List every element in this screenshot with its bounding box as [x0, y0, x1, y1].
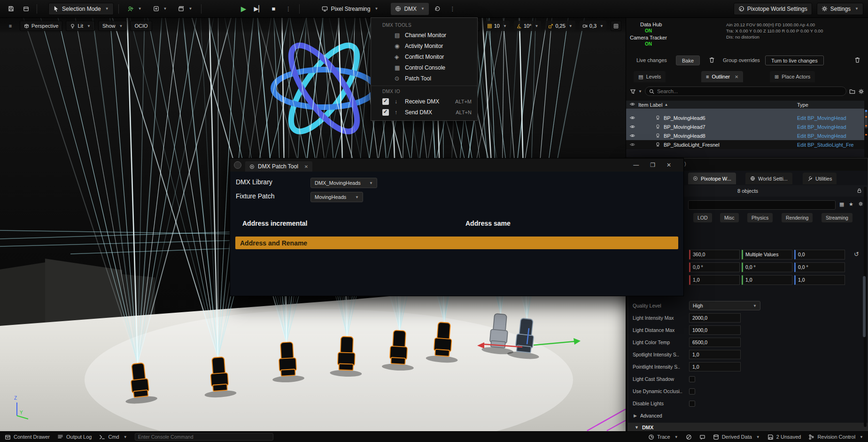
output-log-button[interactable]: Output Log: [57, 434, 92, 440]
rotation-x-field[interactable]: 0,0 °: [689, 262, 740, 272]
search-input[interactable]: Search...: [645, 87, 846, 96]
editor-modes-icon[interactable]: [20, 3, 32, 15]
rotation-y-field[interactable]: 0,0 °: [742, 262, 792, 272]
menu-item-activity-monitor[interactable]: ◉ Activity Monitor: [371, 40, 477, 51]
display-grid-icon[interactable]: ▦: [839, 201, 844, 207]
tab-place-actors[interactable]: ⊞ Place Actors: [770, 71, 815, 82]
tab-levels[interactable]: ▤ Levels: [634, 71, 666, 82]
light-cast-shadow-checkbox[interactable]: [689, 376, 695, 382]
quality-level-dropdown[interactable]: High ▼: [689, 301, 760, 310]
ocio-dropdown[interactable]: OCIO: [130, 21, 152, 31]
play-button[interactable]: ▶: [237, 3, 249, 15]
cmd-dropdown[interactable]: Cmd ▼: [99, 434, 127, 440]
show-dropdown[interactable]: Show ▼: [98, 21, 127, 31]
folder-icon[interactable]: [849, 88, 855, 95]
settings-dropdown[interactable]: Settings ▼: [817, 3, 863, 15]
item-label-column[interactable]: Item Label: [638, 102, 662, 108]
eye-icon[interactable]: [626, 142, 638, 147]
light-intensity-max-field[interactable]: 2000,0: [689, 313, 741, 323]
row-type-link[interactable]: Edit BP_MovingHead: [797, 124, 858, 130]
reset-transform-icon[interactable]: ↺: [854, 251, 859, 258]
save-icon[interactable]: [5, 3, 17, 15]
revision-control-dropdown[interactable]: Revision Control ▼: [808, 434, 863, 440]
tab-pixotope-world[interactable]: Pixotope W...: [688, 173, 736, 184]
tab-utilities[interactable]: Utilities: [803, 173, 837, 184]
row-type-link[interactable]: Edit BP_MovingHead: [797, 115, 858, 121]
panel-expand-icon[interactable]: ): [684, 161, 686, 166]
close-icon[interactable]: ✕: [666, 162, 671, 168]
location-x-field[interactable]: 360,0: [689, 250, 740, 260]
eye-icon[interactable]: [626, 133, 638, 138]
table-row[interactable]: BP_MovingHead6 Edit BP_MovingHead: [626, 113, 864, 122]
menu-item-send-dmx[interactable]: ↑ Send DMX ALT+N: [371, 107, 477, 118]
rotation-z-field[interactable]: 0,0 °: [794, 262, 845, 272]
turn-to-live-changes-button[interactable]: Turn to live changes: [765, 55, 824, 65]
tab-world-settings[interactable]: World Setti...: [745, 173, 792, 184]
history-icon[interactable]: [432, 3, 444, 15]
details-search-input[interactable]: [688, 200, 836, 210]
advanced-expander[interactable]: ▶ Advanced: [628, 410, 868, 422]
cinematics-dropdown[interactable]: ▼: [174, 3, 196, 15]
fixture-patch-dropdown[interactable]: MovingHeads ▼: [310, 192, 363, 202]
quick-add-dropdown[interactable]: ▼: [124, 3, 146, 15]
frame-skip-button[interactable]: ▶▏: [252, 3, 264, 15]
selection-mode-dropdown[interactable]: Selection Mode ▼: [48, 3, 114, 15]
category-tab-misc[interactable]: Misc: [720, 213, 739, 222]
address-same-button[interactable]: Address same: [450, 217, 673, 230]
blueprints-dropdown[interactable]: ▼: [149, 3, 171, 15]
details-scrollbar[interactable]: [864, 187, 867, 427]
location-z-field[interactable]: 0,0: [794, 250, 845, 260]
light-distance-max-field[interactable]: 1000,0: [689, 325, 741, 335]
scale-x-field[interactable]: 1,0: [689, 275, 740, 285]
scale-snap-control[interactable]: 0,25 ▼: [545, 21, 575, 31]
message-log-icon[interactable]: [699, 434, 705, 440]
type-column[interactable]: Type: [797, 102, 808, 108]
rotation-snap-control[interactable]: 10° ▼: [514, 21, 542, 31]
play-options-icon[interactable]: ⋮: [282, 3, 294, 15]
scale-z-field[interactable]: 1,0: [794, 275, 845, 285]
gear-icon[interactable]: [858, 88, 864, 95]
stop-button[interactable]: ■: [267, 3, 279, 15]
pointlight-intensity-field[interactable]: 1,0: [689, 362, 741, 371]
receive-dmx-checkbox[interactable]: [382, 98, 389, 105]
lock-icon[interactable]: [857, 188, 862, 193]
category-tab-physics[interactable]: Physics: [747, 213, 773, 222]
eye-icon[interactable]: [626, 115, 638, 120]
close-icon[interactable]: ✕: [735, 74, 738, 79]
tab-outliner[interactable]: ≡ Outliner ✕: [701, 71, 743, 82]
trace-dropdown[interactable]: Trace ▼: [648, 434, 678, 440]
perspective-dropdown[interactable]: Perspective: [20, 21, 62, 31]
spotlight-intensity-field[interactable]: 1,0: [689, 350, 741, 359]
details-settings-icon[interactable]: [858, 201, 863, 207]
minimize-icon[interactable]: —: [633, 162, 639, 168]
table-row[interactable]: BP_MovingHead7 Edit BP_MovingHead: [626, 122, 864, 131]
eye-icon[interactable]: [626, 124, 638, 129]
menu-item-control-console[interactable]: ▦ Control Console: [371, 62, 477, 73]
dmx-library-dropdown[interactable]: DMX_MovingHeads ▼: [310, 178, 377, 188]
patch-tool-tab[interactable]: DMX Patch Tool ✕: [245, 161, 312, 172]
group-overrides-label[interactable]: Group overrides: [723, 57, 760, 63]
table-row-partial[interactable]: [626, 109, 864, 113]
insights-icon[interactable]: [686, 434, 692, 440]
viewport-menu-icon[interactable]: ≡: [4, 21, 16, 31]
close-tab-icon[interactable]: ✕: [304, 164, 308, 169]
dmx-section-header[interactable]: ▼ DMX: [628, 423, 868, 431]
menu-item-channel-monitor[interactable]: ▤ Channel Monitor: [371, 30, 477, 40]
use-dynamic-occlusion-checkbox[interactable]: [689, 388, 695, 395]
category-tab-lod[interactable]: LOD: [693, 213, 712, 222]
camera-speed-control[interactable]: 0,3 ▼: [580, 21, 606, 31]
pixel-streaming-dropdown[interactable]: Pixel Streaming ▼: [318, 3, 382, 15]
lit-dropdown[interactable]: Lit ▼: [66, 21, 95, 31]
location-y-field[interactable]: Multiple Values: [742, 250, 792, 260]
light-color-temp-field[interactable]: 6500,0: [689, 338, 741, 347]
trash-icon[interactable]: [709, 57, 715, 64]
category-tab-rendering[interactable]: Rendering: [782, 213, 813, 222]
menu-item-receive-dmx[interactable]: ↓ Receive DMX ALT+M: [371, 96, 477, 107]
patch-titlebar[interactable]: DMX Patch Tool ✕ — ❐ ✕: [230, 158, 683, 172]
trash-icon[interactable]: [854, 57, 860, 64]
derived-data-dropdown[interactable]: Derived Data ▼: [713, 434, 760, 440]
scale-y-field[interactable]: 1,0: [742, 275, 792, 285]
bake-button[interactable]: Bake: [676, 55, 700, 65]
pixotope-world-settings-button[interactable]: Pixotope World Settings: [734, 3, 812, 15]
console-command-input[interactable]: [135, 433, 273, 441]
